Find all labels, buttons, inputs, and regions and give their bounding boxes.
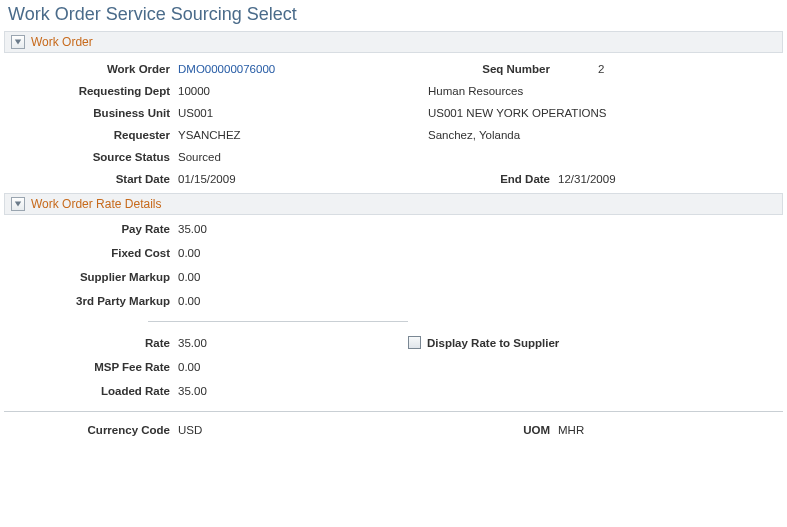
requesting-dept-desc: Human Resources bbox=[428, 85, 718, 97]
requester-label: Requester bbox=[8, 129, 178, 141]
third-party-markup-label: 3rd Party Markup bbox=[8, 295, 178, 307]
work-order-label: Work Order bbox=[8, 63, 178, 75]
requesting-dept-label: Requesting Dept bbox=[8, 85, 178, 97]
rate-value: 35.00 bbox=[178, 337, 408, 349]
footer-row: Currency Code USD UOM MHR bbox=[0, 412, 787, 444]
supplier-markup-value: 0.00 bbox=[178, 271, 408, 283]
start-date-value: 01/15/2009 bbox=[178, 173, 428, 185]
svg-marker-0 bbox=[15, 40, 21, 45]
business-unit-value: US001 bbox=[178, 107, 428, 119]
rate-label: Rate bbox=[8, 337, 178, 349]
requester-desc: Sanchez, Yolanda bbox=[428, 129, 718, 141]
seq-number-label: Seq Number bbox=[428, 63, 558, 75]
subtotal-divider bbox=[148, 321, 408, 322]
supplier-markup-label: Supplier Markup bbox=[8, 271, 178, 283]
pay-rate-label: Pay Rate bbox=[8, 223, 178, 235]
work-order-link[interactable]: DMO00000076000 bbox=[178, 63, 275, 75]
display-rate-checkbox[interactable] bbox=[408, 336, 421, 349]
collapse-toggle-icon[interactable] bbox=[11, 197, 25, 211]
seq-number-value: 2 bbox=[558, 63, 718, 75]
work-order-grid: Work Order DMO00000076000 Seq Number 2 R… bbox=[0, 53, 787, 193]
msp-fee-rate-label: MSP Fee Rate bbox=[8, 361, 178, 373]
end-date-label: End Date bbox=[428, 173, 558, 185]
fixed-cost-label: Fixed Cost bbox=[8, 247, 178, 259]
uom-label: UOM bbox=[428, 424, 558, 436]
currency-code-label: Currency Code bbox=[8, 424, 178, 436]
loaded-rate-value: 35.00 bbox=[178, 385, 408, 397]
msp-fee-rate-value: 0.00 bbox=[178, 361, 408, 373]
start-date-label: Start Date bbox=[8, 173, 178, 185]
business-unit-desc: US001 NEW YORK OPERATIONS bbox=[428, 107, 718, 119]
rate-details-section-header: Work Order Rate Details bbox=[4, 193, 783, 215]
pay-rate-value: 35.00 bbox=[178, 223, 408, 235]
requesting-dept-value: 10000 bbox=[178, 85, 428, 97]
source-status-value: Sourced bbox=[178, 151, 428, 163]
uom-value: MHR bbox=[558, 424, 718, 436]
work-order-section-title: Work Order bbox=[31, 35, 93, 49]
rate-details-grid: Pay Rate 35.00 Fixed Cost 0.00 Supplier … bbox=[0, 215, 787, 403]
page-title: Work Order Service Sourcing Select bbox=[0, 0, 787, 31]
business-unit-label: Business Unit bbox=[8, 107, 178, 119]
currency-code-value: USD bbox=[178, 424, 428, 436]
third-party-markup-value: 0.00 bbox=[178, 295, 408, 307]
display-rate-label: Display Rate to Supplier bbox=[427, 337, 559, 349]
loaded-rate-label: Loaded Rate bbox=[8, 385, 178, 397]
source-status-label: Source Status bbox=[8, 151, 178, 163]
end-date-value: 12/31/2009 bbox=[558, 173, 718, 185]
work-order-section-header: Work Order bbox=[4, 31, 783, 53]
rate-details-section-title: Work Order Rate Details bbox=[31, 197, 161, 211]
collapse-toggle-icon[interactable] bbox=[11, 35, 25, 49]
svg-marker-1 bbox=[15, 202, 21, 207]
requester-value: YSANCHEZ bbox=[178, 129, 428, 141]
fixed-cost-value: 0.00 bbox=[178, 247, 408, 259]
